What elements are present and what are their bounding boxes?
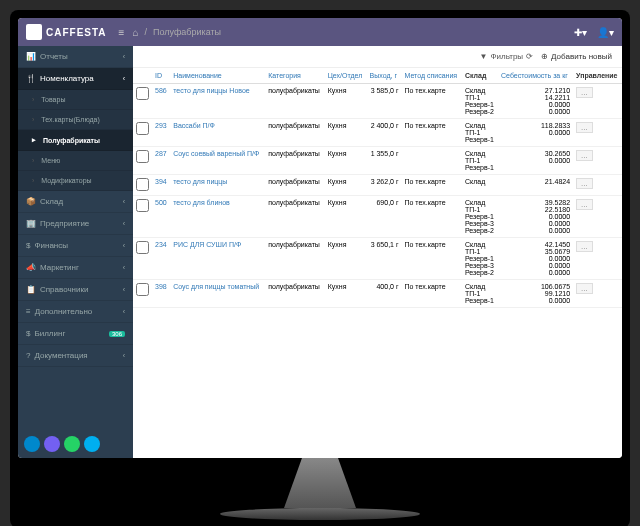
sidebar-item[interactable]: ≡Дополнительно‹ <box>18 301 133 323</box>
row-output: 3 650,1 г <box>367 238 402 280</box>
nav-label: Предприятие <box>40 219 89 228</box>
more-button[interactable]: ... <box>576 87 593 98</box>
row-id[interactable]: 398 <box>152 280 170 308</box>
chevron-icon: ‹ <box>123 242 125 249</box>
row-name[interactable]: РИС ДЛЯ СУШИ П/Ф <box>170 238 265 280</box>
sidebar-item[interactable]: 🍴Номенклатура‹ <box>18 68 133 90</box>
row-id[interactable]: 293 <box>152 119 170 147</box>
column-header[interactable] <box>133 68 152 84</box>
row-checkbox[interactable] <box>136 178 149 191</box>
row-dept: Кухня <box>325 196 367 238</box>
breadcrumb-sep: / <box>144 27 147 37</box>
row-actions: ... <box>573 280 622 308</box>
more-button[interactable]: ... <box>576 241 593 252</box>
row-id[interactable]: 287 <box>152 147 170 175</box>
add-new-button[interactable]: ⊕ Добавить новый <box>541 52 612 61</box>
sidebar-item[interactable]: Тех.карты(Блюда) <box>18 110 133 130</box>
filters-button[interactable]: ▼ Фильтры ⟳ <box>480 52 534 61</box>
row-costs: 39.528222.51800.00000.00000.0000 <box>498 196 573 238</box>
sidebar-item[interactable]: 📋Справочники‹ <box>18 279 133 301</box>
more-button[interactable]: ... <box>576 122 593 133</box>
row-name[interactable]: Вассаби П/Ф <box>170 119 265 147</box>
row-checkbox[interactable] <box>136 241 149 254</box>
skype-icon[interactable] <box>84 436 100 452</box>
nav-icon: ? <box>26 351 30 360</box>
row-output: 3 585,0 г <box>367 84 402 119</box>
sidebar-item[interactable]: $Биллинг306 <box>18 323 133 345</box>
sidebar-item[interactable]: ?Документация‹ <box>18 345 133 367</box>
column-header[interactable]: Выход, г <box>367 68 402 84</box>
nav-label: Номенклатура <box>40 74 94 83</box>
row-category: полуфабрикаты <box>265 280 325 308</box>
whatsapp-icon[interactable] <box>64 436 80 452</box>
row-id[interactable]: 586 <box>152 84 170 119</box>
sidebar-item[interactable]: 🏢Предприятие‹ <box>18 213 133 235</box>
row-method <box>401 147 461 175</box>
sidebar-item[interactable]: Модификаторы <box>18 171 133 191</box>
more-button[interactable]: ... <box>576 199 593 210</box>
column-header[interactable]: Наименование <box>170 68 265 84</box>
sidebar-item[interactable]: 📣Маркетинг‹ <box>18 257 133 279</box>
data-table: IDНаименованиеКатегорияЦех/ОтделВыход, г… <box>133 68 622 308</box>
sidebar-item[interactable]: 📦Склад‹ <box>18 191 133 213</box>
row-dept: Кухня <box>325 238 367 280</box>
column-header[interactable]: Категория <box>265 68 325 84</box>
row-checkbox[interactable] <box>136 283 149 296</box>
nav-icon: 📣 <box>26 263 36 272</box>
nav-icon: 🍴 <box>26 74 36 83</box>
sidebar-item[interactable]: 📊Отчеты‹ <box>18 46 133 68</box>
chevron-icon: ‹ <box>123 53 125 60</box>
row-category: полуфабрикаты <box>265 119 325 147</box>
chevron-icon: ‹ <box>123 286 125 293</box>
row-actions: ... <box>573 238 622 280</box>
column-header[interactable]: Себестоимость за кг <box>498 68 573 84</box>
row-checkbox[interactable] <box>136 150 149 163</box>
user-icon[interactable]: 👤▾ <box>597 27 614 38</box>
chevron-icon: ‹ <box>123 75 125 82</box>
menu-toggle-icon[interactable]: ≡ <box>119 27 125 38</box>
column-header[interactable]: ID <box>152 68 170 84</box>
row-dept: Кухня <box>325 84 367 119</box>
nav-label: Финансы <box>34 241 68 250</box>
sidebar-item[interactable]: Меню <box>18 151 133 171</box>
row-stocks: СкладТП-1Резерв-1 <box>462 280 498 308</box>
row-output: 3 262,0 г <box>367 175 402 196</box>
more-button[interactable]: ... <box>576 283 593 294</box>
nav-label: Полуфабрикаты <box>43 137 100 144</box>
row-checkbox[interactable] <box>136 87 149 100</box>
row-name[interactable]: Соус соевый вареный П/Ф <box>170 147 265 175</box>
row-output: 400,0 г <box>367 280 402 308</box>
table-row: 287Соус соевый вареный П/ФполуфабрикатыК… <box>133 147 622 175</box>
telegram-icon[interactable] <box>24 436 40 452</box>
more-button[interactable]: ... <box>576 178 593 189</box>
sidebar-item[interactable]: Товары <box>18 90 133 110</box>
home-icon[interactable]: ⌂ <box>132 27 138 38</box>
column-header[interactable]: Управление <box>573 68 622 84</box>
more-button[interactable]: ... <box>576 150 593 161</box>
sidebar-item[interactable]: $Финансы‹ <box>18 235 133 257</box>
social-icons <box>18 430 133 458</box>
logo-icon <box>26 24 42 40</box>
row-name[interactable]: тесто для пиццы <box>170 175 265 196</box>
column-header[interactable]: Цех/Отдел <box>325 68 367 84</box>
row-dept: Кухня <box>325 280 367 308</box>
row-name[interactable]: тесто для пиццы Новое <box>170 84 265 119</box>
row-checkbox[interactable] <box>136 199 149 212</box>
row-output: 690,0 г <box>367 196 402 238</box>
topbar: CAFFESTA ≡ ⌂ / Полуфабрикаты ✚▾ 👤▾ <box>18 18 622 46</box>
column-header[interactable]: Метод списания <box>401 68 461 84</box>
row-id[interactable]: 394 <box>152 175 170 196</box>
main-content: ▼ Фильтры ⟳ ⊕ Добавить новый IDНаименова… <box>133 46 622 458</box>
row-checkbox[interactable] <box>136 122 149 135</box>
app-logo: CAFFESTA <box>26 24 107 40</box>
row-id[interactable]: 500 <box>152 196 170 238</box>
nav-label: Отчеты <box>40 52 68 61</box>
row-name[interactable]: тесто для блинов <box>170 196 265 238</box>
plus-dropdown-icon[interactable]: ✚▾ <box>574 27 587 38</box>
row-id[interactable]: 234 <box>152 238 170 280</box>
row-name[interactable]: Соус для пиццы томатный <box>170 280 265 308</box>
sidebar-item[interactable]: Полуфабрикаты <box>18 130 133 151</box>
column-header[interactable]: Склад <box>462 68 498 84</box>
row-costs: 21.4824 <box>498 175 573 196</box>
viber-icon[interactable] <box>44 436 60 452</box>
